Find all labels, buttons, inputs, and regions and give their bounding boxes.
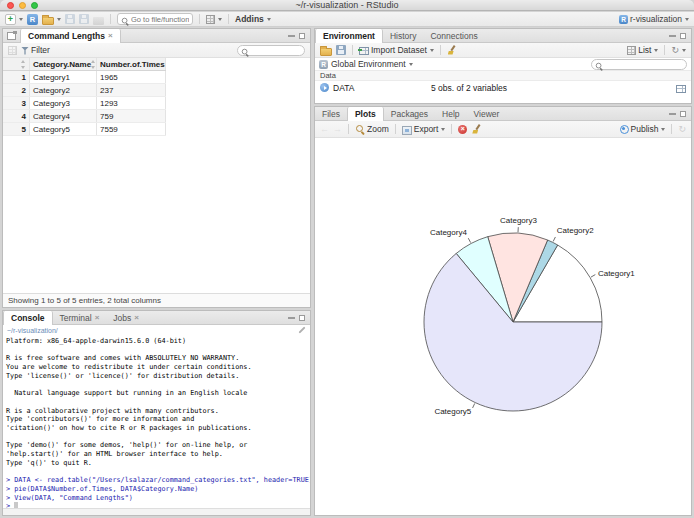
console-pane: Console Terminal× Jobs× ~/r-visualizatio… <box>2 310 311 516</box>
object-name: DATA <box>333 83 427 93</box>
viewer-search <box>237 45 305 56</box>
filter-button[interactable]: Filter <box>21 45 50 55</box>
table-row[interactable]: 1Category11965 <box>3 71 166 84</box>
tab-files[interactable]: Files <box>315 107 347 120</box>
minimize-pane-button[interactable] <box>669 113 676 115</box>
cell-number-of-times[interactable]: 7559 <box>97 123 166 135</box>
cell-category-name[interactable]: Category3 <box>30 97 97 109</box>
console-line: You are welcome to redistribute it under… <box>6 363 310 372</box>
maximize-pane-button[interactable] <box>299 33 305 39</box>
console-line: R is free software and comes with ABSOLU… <box>6 354 310 363</box>
maximize-pane-button[interactable] <box>680 33 686 39</box>
column-header-category-name[interactable]: Category.Name <box>30 58 97 70</box>
close-icon[interactable]: × <box>108 32 113 40</box>
console-output[interactable]: Platform: x86_64-apple-darwin15.6.0 (64-… <box>3 336 310 508</box>
close-icon[interactable]: × <box>134 314 139 322</box>
r-environment-icon <box>319 60 328 69</box>
popout-icon[interactable] <box>3 29 20 42</box>
minimize-pane-button[interactable] <box>669 35 676 37</box>
table-row[interactable]: 4Category4759 <box>3 110 166 123</box>
load-workspace-button[interactable] <box>320 45 332 56</box>
tab-connections[interactable]: Connections <box>423 29 484 42</box>
console-line: > DATA <- read.table("/Users/lsalazar/co… <box>6 476 310 485</box>
cell-number-of-times[interactable]: 1293 <box>97 97 166 109</box>
save-workspace-button[interactable] <box>336 45 346 55</box>
toolbar-separator <box>110 14 111 24</box>
project-label: r-visualization <box>630 14 682 24</box>
environment-scope-selector[interactable]: Global Environment <box>331 59 413 69</box>
tab-plots[interactable]: Plots <box>347 107 384 121</box>
close-window-button[interactable] <box>7 2 14 9</box>
view-table-icon[interactable] <box>676 85 686 93</box>
cell-number-of-times[interactable]: 237 <box>97 84 166 96</box>
list-view-button[interactable]: List <box>627 45 658 55</box>
minimize-pane-button[interactable] <box>288 317 295 319</box>
cell-category-name[interactable]: Category4 <box>30 110 97 122</box>
tab-viewer[interactable]: Viewer <box>467 107 507 120</box>
tab-jobs[interactable]: Jobs× <box>106 311 146 324</box>
clear-environment-button[interactable] <box>447 45 457 55</box>
publish-button[interactable]: Publish <box>620 124 666 134</box>
close-icon[interactable]: × <box>95 314 100 322</box>
remove-plot-button[interactable] <box>458 125 467 134</box>
save-icon <box>65 14 75 24</box>
zoom-window-button[interactable] <box>31 2 38 9</box>
row-number: 4 <box>3 110 30 122</box>
tab-terminal[interactable]: Terminal× <box>53 311 107 324</box>
next-plot-button[interactable] <box>333 124 342 134</box>
save-all-button[interactable] <box>79 14 89 24</box>
minimize-pane-button[interactable] <box>288 35 295 37</box>
import-dataset-button[interactable]: Import Dataset <box>359 45 434 55</box>
clear-plots-button[interactable] <box>471 124 481 134</box>
maximize-pane-button[interactable] <box>680 111 686 117</box>
horizontal-scrollbar[interactable] <box>3 508 310 515</box>
table-row[interactable]: 2Category2237 <box>3 84 166 97</box>
project-button[interactable]: r-visualization <box>619 14 689 24</box>
environment-search-input[interactable] <box>591 59 687 70</box>
cell-category-name[interactable]: Category2 <box>30 84 97 96</box>
cell-category-name[interactable]: Category1 <box>30 71 97 83</box>
expand-object-icon[interactable] <box>320 83 329 92</box>
zoom-icon <box>355 124 365 134</box>
console-line: Platform: x86_64-apple-darwin15.6.0 (64-… <box>6 337 310 346</box>
save-button[interactable] <box>65 14 75 24</box>
chevron-down-icon <box>409 63 413 66</box>
maximize-pane-button[interactable] <box>299 315 305 321</box>
cell-number-of-times[interactable]: 759 <box>97 110 166 122</box>
pencil-icon[interactable] <box>297 326 306 335</box>
addins-button[interactable]: Addins <box>235 14 271 24</box>
pie-label-category2: Category2 <box>557 226 594 235</box>
pane-layout-button[interactable] <box>206 15 222 24</box>
column-header-rownum[interactable] <box>3 58 30 70</box>
tab-help[interactable]: Help <box>435 107 466 120</box>
tab-command-lengths[interactable]: Command Lengths × <box>20 29 121 43</box>
chevron-down-icon <box>19 18 23 21</box>
refresh-environment-button[interactable] <box>671 45 686 55</box>
export-plot-button[interactable]: Export <box>402 124 446 135</box>
filter-icon <box>21 47 29 55</box>
tab-packages[interactable]: Packages <box>384 107 435 120</box>
environment-tab-label: Environment <box>323 31 375 41</box>
cell-number-of-times[interactable]: 1965 <box>97 71 166 83</box>
zoom-plot-button[interactable]: Zoom <box>355 124 389 134</box>
new-project-button[interactable] <box>27 14 38 25</box>
column-header-number-of-times[interactable]: Number.of.Times <box>97 58 166 70</box>
previous-plot-button[interactable] <box>320 124 329 134</box>
tab-environment[interactable]: Environment <box>315 29 383 43</box>
popout-viewer-button[interactable] <box>8 46 17 55</box>
new-file-button[interactable] <box>5 14 23 25</box>
tab-history[interactable]: History <box>383 29 423 42</box>
plots-tabstrip: Files Plots Packages Help Viewer <box>315 107 691 121</box>
tab-console[interactable]: Console <box>3 311 53 325</box>
refresh-plot-button[interactable] <box>678 124 686 134</box>
minimize-window-button[interactable] <box>19 2 26 9</box>
remove-plot-icon <box>458 125 467 134</box>
environment-object-row[interactable]: DATA 5 obs. of 2 variables <box>315 81 691 94</box>
project-cube-icon <box>619 15 628 24</box>
open-file-button[interactable] <box>42 14 61 25</box>
print-button[interactable] <box>93 14 104 25</box>
table-row[interactable]: 3Category31293 <box>3 97 166 110</box>
export-icon <box>402 126 412 135</box>
cell-category-name[interactable]: Category5 <box>30 123 97 135</box>
table-row[interactable]: 5Category57559 <box>3 123 166 136</box>
